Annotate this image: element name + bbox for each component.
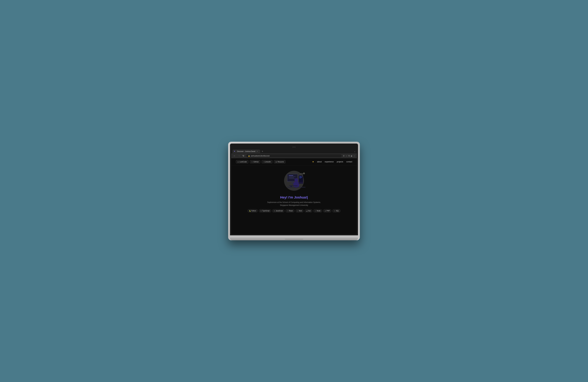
svg-rect-20 xyxy=(287,187,305,187)
badge-icon-javascript: ⊟ xyxy=(274,210,275,212)
svg-rect-3 xyxy=(289,175,293,176)
tech-badge-next: ▷Next xyxy=(295,209,304,212)
tech-badges-container: 🐍Python⊞TypeScript⊟JavaScript⚛React▷Next… xyxy=(248,209,341,212)
resume-label: Resume xyxy=(278,161,284,163)
theme-toggle-button[interactable]: ✦ xyxy=(312,161,314,163)
svg-point-21 xyxy=(290,186,292,187)
site-nav: ◈ LeetCode ⊙ GitHub ▪ LinkedIn ▤ xyxy=(231,158,357,165)
browser-tabs: ◈ Discover - Joshua David ✕ + ⌄ xyxy=(231,148,357,153)
subtitle-line1: Sophomore at the School of Computing and… xyxy=(267,201,321,203)
hero-title: Hey! I'm Joshua!| xyxy=(280,195,308,200)
tab-overflow-button[interactable]: ⌄ xyxy=(354,150,356,152)
linkedin-label: LinkedIn xyxy=(265,161,271,163)
extensions-icon[interactable]: ⧉ xyxy=(348,155,350,157)
badge-icon-node: ⇒ xyxy=(315,210,316,212)
back-button[interactable]: ← xyxy=(233,154,236,157)
tab-close-button[interactable]: ✕ xyxy=(256,150,258,152)
experience-link[interactable]: experience xyxy=(325,161,334,163)
badge-label-sql: SQL xyxy=(336,210,339,212)
svg-rect-4 xyxy=(289,176,295,177)
hero-subtitle: Sophomore at the School of Computing and… xyxy=(267,201,321,207)
tech-badge-python: 🐍Python xyxy=(248,209,258,212)
badge-label-vue: Vue xyxy=(308,210,311,212)
address-text: joshuadavid.dev/discover xyxy=(251,155,270,157)
laptop-base xyxy=(230,235,358,238)
badge-icon-vue: ◢ xyxy=(306,210,307,212)
resume-icon: ▤ xyxy=(275,161,277,163)
tech-badge-javascript: ⊟JavaScript xyxy=(272,209,285,212)
about-link[interactable]: about xyxy=(317,161,322,163)
profile-icon[interactable]: ◉ xyxy=(351,155,352,157)
contact-link[interactable]: contact xyxy=(346,161,352,163)
address-path: /discover xyxy=(263,155,270,157)
menu-icon[interactable]: ⋮ xyxy=(353,155,355,157)
hero-illustration xyxy=(279,168,309,193)
svg-rect-14 xyxy=(299,177,302,177)
svg-point-10 xyxy=(294,178,298,182)
toolbar-actions: ⬆ ☆ ⧉ ◉ ⋮ xyxy=(343,155,355,157)
laptop-bottom xyxy=(230,238,358,240)
badge-label-python: Python xyxy=(252,210,256,212)
badge-label-node: Node xyxy=(317,210,320,212)
address-bar[interactable]: 🔒 joshuadavid.dev/discover xyxy=(246,154,342,157)
badge-icon-python: 🐍 xyxy=(249,210,251,212)
badge-icon-php: ⇌ xyxy=(325,210,326,212)
screen: ◈ Discover - Joshua David ✕ + ⌄ ← → ↻ 🔒 … xyxy=(231,148,357,234)
badge-label-javascript: JavaScript xyxy=(276,210,283,212)
camera-dot xyxy=(293,147,294,147)
svg-rect-15 xyxy=(299,177,302,178)
leetcode-link[interactable]: ◈ LeetCode xyxy=(236,160,249,163)
svg-rect-5 xyxy=(289,177,294,178)
resume-link[interactable]: ▤ Resume xyxy=(274,160,286,163)
leetcode-icon: ◈ xyxy=(237,161,239,163)
badge-label-next: Next xyxy=(299,210,302,212)
active-tab[interactable]: ◈ Discover - Joshua David ✕ xyxy=(232,150,260,153)
subtitle-line2: Singapore Management University xyxy=(280,204,308,206)
screen-bezel: ◈ Discover - Joshua David ✕ + ⌄ ← → ↻ 🔒 … xyxy=(230,143,358,235)
tab-favicon-icon: ◈ xyxy=(234,150,236,152)
camera-area xyxy=(231,147,357,147)
badge-icon-typescript: ⊞ xyxy=(260,210,262,212)
developer-illustration xyxy=(279,168,309,193)
tech-badge-vue: ◢Vue xyxy=(305,209,312,212)
tech-badge-php: ⇌PHP xyxy=(323,209,332,212)
github-icon: ⊙ xyxy=(252,161,253,163)
leetcode-label: LeetCode xyxy=(239,161,247,163)
browser-toolbar: ← → ↻ 🔒 joshuadavid.dev/discover ⬆ ☆ ⧉ ◉ xyxy=(231,153,357,158)
linkedin-link[interactable]: ▪ LinkedIn xyxy=(262,160,273,163)
website-content: ◈ LeetCode ⊙ GitHub ▪ LinkedIn ▤ xyxy=(231,158,357,234)
badge-label-react: React xyxy=(289,210,293,212)
nav-external-links: ◈ LeetCode ⊙ GitHub ▪ LinkedIn ▤ xyxy=(236,160,286,163)
laptop-frame: ◈ Discover - Joshua David ✕ + ⌄ ← → ↻ 🔒 … xyxy=(228,142,360,240)
svg-rect-6 xyxy=(289,178,295,179)
new-tab-button[interactable]: + xyxy=(260,149,264,153)
svg-rect-11 xyxy=(289,185,297,186)
tech-badge-react: ⚛React xyxy=(285,209,294,212)
svg-point-18 xyxy=(299,173,303,175)
svg-rect-7 xyxy=(292,182,293,183)
nav-menu: ✦ about experience projects contact xyxy=(312,161,352,163)
share-icon[interactable]: ⬆ xyxy=(343,155,345,157)
hero-section: Hey! I'm Joshua!| Sophomore at the Schoo… xyxy=(231,165,357,214)
badge-label-php: PHP xyxy=(327,210,330,212)
badge-icon-react: ⚛ xyxy=(287,210,288,212)
bookmark-icon[interactable]: ☆ xyxy=(346,155,347,157)
forward-button[interactable]: → xyxy=(237,154,241,157)
github-label: GitHub xyxy=(253,161,259,163)
tech-badge-typescript: ⊞TypeScript xyxy=(259,209,271,212)
camera-led xyxy=(294,147,295,147)
github-link[interactable]: ⊙ GitHub xyxy=(250,160,260,163)
svg-point-19 xyxy=(303,173,305,174)
trackpad-notch xyxy=(285,239,303,240)
badge-icon-next: ▷ xyxy=(297,210,298,212)
svg-rect-16 xyxy=(299,178,301,178)
tech-badge-sql: ⇔SQL xyxy=(332,209,340,212)
address-domain: joshuadavid.dev xyxy=(251,155,263,157)
reload-button[interactable]: ↻ xyxy=(242,154,245,157)
linkedin-icon: ▪ xyxy=(263,161,264,163)
badge-label-typescript: TypeScript xyxy=(262,210,270,212)
projects-link[interactable]: projects xyxy=(337,161,343,163)
tech-badge-node: ⇒Node xyxy=(313,209,322,212)
browser-chrome: ◈ Discover - Joshua David ✕ + ⌄ ← → ↻ 🔒 … xyxy=(231,148,357,158)
badge-icon-sql: ⇔ xyxy=(334,210,335,212)
